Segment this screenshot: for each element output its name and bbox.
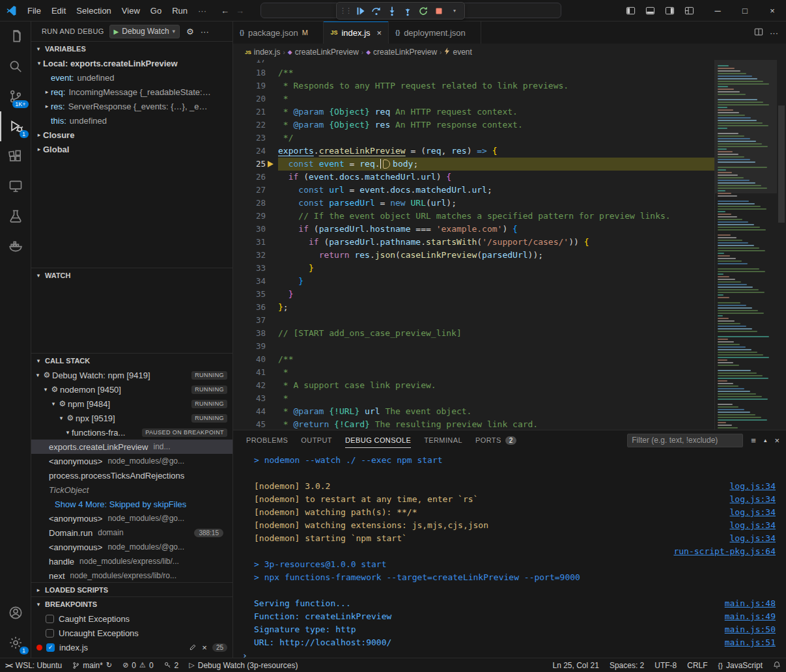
menu-file[interactable]: File	[22, 3, 46, 18]
source-link[interactable]: main.js:48	[725, 597, 776, 610]
call-stack-row[interactable]: ▾⚙Debug Watch: npm [9419]RUNNING	[31, 368, 232, 382]
activity-accounts[interactable]	[0, 598, 31, 628]
menu-run[interactable]: Run	[167, 3, 193, 18]
debug-console[interactable]: > nodemon --watch ./ --exec npm start [n…	[233, 450, 786, 658]
restart-button[interactable]	[416, 4, 430, 18]
code-line-35[interactable]: 35 }	[233, 288, 714, 301]
code-line-23[interactable]: 23 */	[233, 132, 714, 145]
stop-button[interactable]	[432, 4, 446, 18]
call-stack-row[interactable]: exports.createLinkPreviewind...	[31, 440, 232, 454]
call-stack-row[interactable]: TickObject	[31, 483, 232, 497]
menu-view[interactable]: View	[117, 3, 145, 18]
editor-scrollbar-slider[interactable]	[778, 105, 785, 223]
start-debug-icon[interactable]: ▶	[114, 28, 119, 35]
code-line-39[interactable]: 39	[233, 340, 714, 353]
paused-arrow-icon[interactable]	[266, 158, 278, 171]
step-into-button[interactable]	[385, 4, 399, 18]
toggle-secondary-sidebar-icon[interactable]	[661, 3, 678, 18]
menu-selection[interactable]: Selection	[71, 3, 116, 18]
code-line-26[interactable]: 26 if (event.docs.matchedUrl.url) {	[233, 171, 714, 184]
breakpoint-row[interactable]: Uncaught Exceptions	[31, 626, 232, 640]
code-line-28[interactable]: 28 const parsedUrl = new URL(url);	[233, 197, 714, 210]
menu-overflow-icon[interactable]: ···	[193, 3, 212, 18]
code-line-22[interactable]: 22 * @param {Object} res An HTTP respons…	[233, 119, 714, 132]
code-line-18[interactable]: 18/**	[233, 66, 714, 79]
split-editor-icon[interactable]	[754, 27, 763, 38]
encoding-indicator[interactable]: UTF-8	[649, 658, 682, 672]
activity-source-control[interactable]: 1K+	[0, 81, 31, 111]
call-stack-section-header[interactable]: ▾ CALL STACK	[31, 354, 232, 368]
code-line-41[interactable]: 41 *	[233, 366, 714, 379]
toggle-sidebar-icon[interactable]	[622, 3, 639, 18]
indentation-indicator[interactable]: Spaces: 2	[604, 658, 649, 672]
toggle-panel-icon[interactable]	[641, 3, 658, 18]
call-stack-row[interactable]: handlenode_modules/express/lib/...	[31, 554, 232, 568]
code-line-30[interactable]: 30 if (parsedUrl.hostname === 'example.c…	[233, 223, 714, 236]
source-link[interactable]: main.js:51	[725, 636, 776, 649]
nav-forward-icon[interactable]: →	[236, 6, 244, 16]
activity-explorer[interactable]	[0, 21, 31, 51]
code-line-37[interactable]: 37	[233, 314, 714, 327]
call-stack-row[interactable]: ▾⚙nodemon [9450]RUNNING	[31, 382, 232, 397]
breadcrumb-item[interactable]: event	[444, 48, 471, 57]
console-input[interactable]: ›	[233, 649, 786, 658]
watch-section-header[interactable]: ▾ WATCH	[31, 268, 232, 283]
editor-more-actions-icon[interactable]: ···	[770, 28, 778, 38]
activity-run-debug[interactable]: 1	[0, 111, 31, 141]
language-mode[interactable]: {} JavaScript	[713, 658, 768, 672]
breakpoint-checkbox[interactable]: ✓	[46, 643, 55, 652]
code-line-24[interactable]: 24exports.createLinkPreview = (req, res)…	[233, 145, 714, 158]
code-line-27[interactable]: 27 const url = event.docs.matchedUrl.url…	[233, 184, 714, 197]
call-stack-row[interactable]: <anonymous>node_modules/@go...	[31, 511, 232, 525]
call-stack-row[interactable]: nextnode_modules/express/lib/ro...	[31, 568, 232, 582]
call-stack-row[interactable]: ▾⚙npm [9484]RUNNING	[31, 397, 232, 411]
customize-layout-icon[interactable]	[681, 3, 697, 18]
code-editor[interactable]: 17 18/**19 * Responds to any HTTP reques…	[233, 60, 786, 430]
activity-remote-explorer[interactable]	[0, 171, 31, 201]
code-line-29[interactable]: 29 // If the event object URL matches a …	[233, 210, 714, 223]
code-line-45[interactable]: 45 * @return {!Card} The resulting previ…	[233, 418, 714, 430]
variable-row[interactable]: this:undefined	[31, 113, 232, 128]
breadcrumb-item[interactable]: ◆createLinkPreview	[366, 48, 437, 57]
code-line-44[interactable]: 44 * @param {!URL} url The event object.	[233, 405, 714, 418]
variable-row[interactable]: ▸res:ServerResponse {_events: {…}, _e…	[31, 99, 232, 113]
nav-back-icon[interactable]: ←	[221, 6, 229, 16]
code-line-36[interactable]: 36};	[233, 301, 714, 314]
code-line-20[interactable]: 20 *	[233, 92, 714, 105]
minimap-slider[interactable]	[715, 60, 777, 193]
eol-indicator[interactable]: CRLF	[682, 658, 712, 672]
minimize-button[interactable]: ─	[704, 0, 731, 21]
branch-indicator[interactable]: main* ↻	[67, 658, 117, 672]
activity-testing[interactable]	[0, 201, 31, 231]
variables-scope[interactable]: ▾Local: exports.createLinkPreview	[31, 56, 232, 70]
maximize-button[interactable]: □	[731, 0, 759, 21]
clear-console-icon[interactable]: ≡	[751, 436, 756, 445]
code-line-17[interactable]: 17	[233, 60, 714, 66]
source-link[interactable]: log.js:34	[730, 480, 776, 493]
code-line-21[interactable]: 21 * @param {Object} req An HTTP request…	[233, 105, 714, 119]
activity-settings[interactable]: 1	[0, 628, 31, 658]
close-panel-icon[interactable]: ×	[774, 436, 779, 445]
breakpoint-row[interactable]: ✓index.js×25	[31, 640, 232, 654]
source-link[interactable]: main.js:49	[725, 610, 776, 623]
code-line-34[interactable]: 34 }	[233, 275, 714, 288]
source-link[interactable]: log.js:34	[730, 532, 776, 545]
breakpoint-row[interactable]: Caught Exceptions	[31, 611, 232, 626]
minimap[interactable]	[714, 60, 777, 430]
code-line-33[interactable]: 33 }	[233, 262, 714, 275]
ports-indicator[interactable]: 2	[159, 658, 184, 672]
activity-docker[interactable]	[0, 231, 31, 261]
notifications-bell[interactable]	[768, 658, 786, 672]
views-more-actions-icon[interactable]: ···	[201, 27, 209, 36]
code-line-32[interactable]: 32 return res.json(caseLinkPreview(parse…	[233, 249, 714, 262]
call-stack-row[interactable]: Domain.rundomain388:15	[31, 525, 232, 540]
close-button[interactable]: ×	[759, 0, 786, 21]
code-line-40[interactable]: 40/**	[233, 353, 714, 366]
source-link[interactable]: run-script-pkg.js:64	[673, 545, 776, 558]
maximize-panel-icon[interactable]: ▴	[764, 437, 767, 443]
remove-breakpoint-icon[interactable]: ×	[202, 643, 207, 652]
panel-tab-debug-console[interactable]: DEBUG CONSOLE	[345, 430, 411, 450]
tab-package.json[interactable]: {}package.jsonM	[233, 21, 324, 44]
menu-edit[interactable]: Edit	[46, 3, 71, 18]
debug-status[interactable]: ▷ Debug Watch (3p-resources)	[184, 658, 303, 672]
